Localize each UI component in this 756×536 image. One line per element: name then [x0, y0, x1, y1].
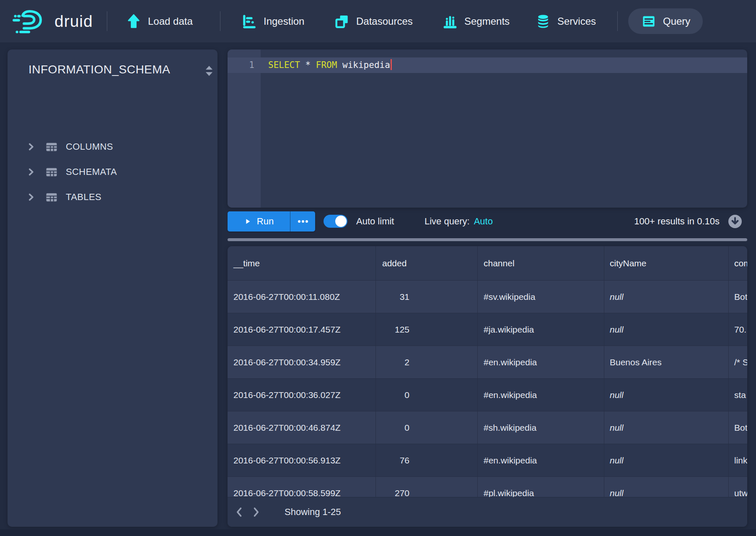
table-icon [45, 141, 58, 153]
table-row: 2016-06-27T00:00:11.080Z31#sv.wikipedian… [228, 281, 747, 313]
nav-item-datasources[interactable]: Datasources [334, 0, 413, 42]
download-button[interactable] [728, 214, 742, 229]
auto-limit-toggle[interactable] [324, 215, 347, 228]
top-nav: druid Load data Ingestion [0, 0, 756, 42]
sidebar-item-schemata[interactable]: SCHEMATA [8, 159, 217, 185]
table-cell[interactable]: #ja.wikipedia [478, 313, 604, 346]
table-cell[interactable]: 0 [376, 411, 478, 444]
play-icon [244, 218, 251, 225]
table-cell[interactable]: 31 [376, 281, 478, 313]
chevron-right-icon [26, 167, 36, 177]
table-cell[interactable]: null [604, 281, 729, 313]
run-more-options-button[interactable] [290, 211, 315, 232]
brand-name: druid [54, 12, 93, 31]
table-cell[interactable]: 70. [729, 313, 747, 346]
table-icon [45, 166, 58, 178]
text-cursor [391, 59, 392, 70]
table-cell[interactable]: 2016-06-27T00:00:34.959Z [228, 346, 376, 379]
pagination-bar: Showing 1-25 [228, 497, 747, 527]
run-bar: Run Auto limit Live query: Auto 100+ res… [228, 208, 747, 235]
nav-separator [617, 11, 618, 31]
table-cell[interactable]: #sv.wikipedia [478, 281, 604, 313]
chevron-right-icon [26, 142, 36, 151]
table-row: 2016-06-27T00:00:36.027Z0#en.wikipedianu… [228, 379, 747, 411]
table-cell[interactable]: link [729, 444, 747, 477]
table-cell[interactable]: null [604, 313, 729, 346]
sql-token: * [300, 60, 316, 70]
sql-code-line: SELECT * FROM wikipedia [268, 57, 392, 73]
nav-separator [220, 11, 220, 31]
column-header-cityName[interactable]: cityName [604, 246, 729, 281]
results-summary: 100+ results in 0.10s [634, 208, 720, 235]
auto-limit-label: Auto limit [356, 208, 394, 235]
table-row: 2016-06-27T00:00:46.874Z0#sh.wikipedianu… [228, 411, 747, 444]
table-cell[interactable]: null [604, 444, 729, 477]
table-cell[interactable]: 2016-06-27T00:00:56.913Z [228, 444, 376, 477]
sidebar-item-columns[interactable]: COLUMNS [8, 134, 217, 159]
column-header-comment[interactable]: comment [729, 246, 747, 281]
table-cell[interactable]: 2016-06-27T00:00:36.027Z [228, 379, 376, 411]
nav-item-ingestion[interactable]: Ingestion [241, 0, 304, 42]
line-number: 1 [228, 57, 254, 73]
horizontal-scrollbar[interactable] [228, 238, 747, 241]
table-cell[interactable]: Buenos Aires [604, 346, 729, 379]
table-cell[interactable]: 125 [376, 313, 478, 346]
table-cell[interactable]: #en.wikipedia [478, 379, 604, 411]
more-options-icon [298, 220, 308, 223]
results-table: __timeaddedchannelcityNamecomment 2016-0… [228, 246, 747, 527]
sort-icon[interactable] [204, 65, 215, 77]
services-icon [535, 13, 551, 29]
table-icon [45, 191, 58, 203]
table-cell[interactable]: 2016-06-27T00:00:46.874Z [228, 411, 376, 444]
column-header-channel[interactable]: channel [478, 246, 604, 281]
next-page-button[interactable] [248, 503, 264, 521]
nav-separator [107, 11, 107, 31]
table-cell[interactable]: 0 [376, 379, 478, 411]
column-header-added[interactable]: added [376, 246, 478, 281]
table-cell[interactable]: /* S [729, 346, 747, 379]
druid-logo[interactable]: druid [13, 0, 93, 42]
table-cell[interactable]: Bot [729, 411, 747, 444]
segments-icon [442, 13, 458, 29]
footer-strip [0, 529, 756, 536]
datasources-icon [334, 13, 350, 29]
table-header-row: __timeaddedchannelcityNamecomment [228, 246, 747, 281]
run-button[interactable]: Run [228, 211, 290, 232]
sql-editor[interactable]: 1 SELECT * FROM wikipedia [228, 49, 747, 208]
nav-item-query[interactable]: Query [628, 8, 703, 34]
table-cell[interactable]: Bot [729, 281, 747, 313]
table-row: 2016-06-27T00:00:17.457Z125#ja.wikipedia… [228, 313, 747, 346]
schema-sidebar: INFORMATION_SCHEMA COLUMNS [8, 49, 217, 527]
sidebar-item-tables[interactable]: TABLES [8, 185, 217, 210]
table-cell[interactable]: null [604, 411, 729, 444]
table-row: 2016-06-27T00:00:34.959Z2#en.wikipediaBu… [228, 346, 747, 379]
table-cell[interactable]: #sh.wikipedia [478, 411, 604, 444]
pagination-status: Showing 1-25 [285, 507, 341, 518]
table-cell[interactable]: null [604, 379, 729, 411]
chevron-right-icon [26, 193, 36, 202]
nav-item-segments[interactable]: Segments [442, 0, 510, 42]
table-cell[interactable]: 76 [376, 444, 478, 477]
ingestion-icon [241, 13, 257, 29]
nav-item-services[interactable]: Services [535, 0, 596, 42]
query-icon [641, 13, 657, 29]
load-data-icon [126, 13, 142, 29]
nav-item-load-data[interactable]: Load data [126, 0, 193, 42]
table-cell[interactable]: sta [729, 379, 747, 411]
previous-page-button[interactable] [231, 503, 248, 521]
sql-token: SELECT [268, 60, 300, 70]
live-query-label: Live query: [425, 216, 470, 227]
sql-token: FROM [316, 60, 337, 70]
table-cell[interactable]: #en.wikipedia [478, 346, 604, 379]
live-query-value[interactable]: Auto [474, 216, 493, 227]
table-cell[interactable]: 2 [376, 346, 478, 379]
toggle-knob [335, 216, 347, 227]
table-cell[interactable]: 2016-06-27T00:00:17.457Z [228, 313, 376, 346]
table-cell[interactable]: 2016-06-27T00:00:11.080Z [228, 281, 376, 313]
schema-title: INFORMATION_SCHEMA [28, 63, 170, 76]
druid-logo-icon [13, 9, 48, 34]
table-row: 2016-06-27T00:00:56.913Z76#en.wikipedian… [228, 444, 747, 477]
table-cell[interactable]: #en.wikipedia [478, 444, 604, 477]
editor-gutter [228, 49, 261, 208]
column-header-__time[interactable]: __time [228, 246, 376, 281]
